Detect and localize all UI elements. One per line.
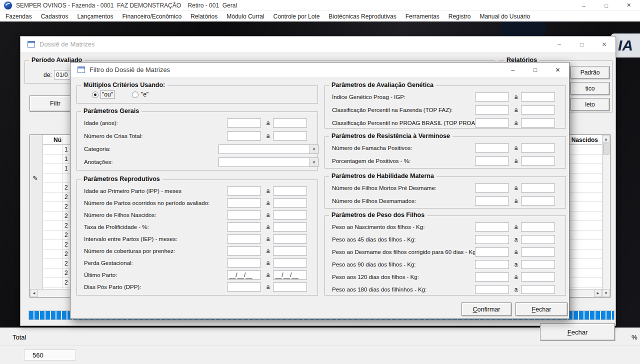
reprodutivos-row7-to-input[interactable] — [273, 270, 307, 280]
reprodutivos-row1-from-input[interactable] — [227, 198, 261, 208]
menu-cadastros[interactable]: Cadastros — [36, 13, 73, 20]
parametros-gerais-group: Parâmetros Gerais Idade (anos):aNúmero d… — [76, 112, 318, 170]
peso-row1-from-input[interactable] — [475, 235, 509, 244]
param-row: Peso ao Desmame dos filhos corrigido par… — [325, 248, 566, 256]
peso-row5-from-input[interactable] — [475, 285, 509, 294]
peso-row0-from-input[interactable] — [475, 222, 509, 232]
menu-biot-cnicas-reprodutivas[interactable]: Biotécnicas Reprodutivas — [324, 13, 400, 20]
reprodutivos-row5-to-input[interactable] — [273, 246, 307, 256]
scroll-left-icon[interactable]: ◄ — [30, 289, 38, 297]
menu-fazendas[interactable]: Fazendas — [1, 13, 36, 20]
reprodutivos-row2-to-input[interactable] — [273, 210, 307, 220]
genetica-row0-to-input[interactable] — [521, 92, 555, 102]
genetica-row2-from-input[interactable] — [475, 118, 509, 128]
menu-financeiro-econ-mico[interactable]: Financeiro/Econômico — [118, 13, 186, 20]
peso-row4-from-input[interactable] — [475, 272, 509, 282]
menu-relat-rios[interactable]: Relatórios — [186, 13, 222, 20]
range-separator-label: a — [513, 236, 519, 243]
radio-ou[interactable] — [92, 92, 98, 98]
radio-e[interactable] — [132, 92, 138, 98]
peso-row3-from-input[interactable] — [475, 260, 509, 269]
genetica-row1-to-input[interactable] — [521, 106, 555, 114]
gerais-categoria-select[interactable]: ▼ — [218, 144, 318, 154]
reprodutivos-row6-to-input[interactable] — [273, 258, 307, 268]
radio-e-label[interactable]: "e" — [141, 91, 148, 98]
confirmar-button[interactable]: Confirmar — [462, 302, 512, 316]
close-icon[interactable]: ✕ — [593, 36, 616, 52]
relatorio-button-padr-o[interactable]: Padrão — [570, 66, 610, 79]
close-icon[interactable]: ✕ — [618, 0, 640, 10]
minimize-icon[interactable]: – — [502, 62, 524, 77]
peso-row2-from-input[interactable] — [475, 248, 509, 256]
materna-row1-to-input[interactable] — [521, 196, 555, 206]
reprodutivos-row3-from-input[interactable] — [227, 222, 261, 232]
relatorio-button-tico[interactable]: tico — [570, 82, 610, 95]
verminose-row0-from-input[interactable] — [475, 144, 509, 152]
fechar-dialog-button[interactable]: Fechar — [516, 302, 568, 316]
chevron-down-icon[interactable]: ▼ — [310, 145, 318, 154]
radio-ou-label[interactable]: "ou" — [101, 91, 114, 98]
materna-row0-to-input[interactable] — [521, 184, 555, 192]
genetica-row2-to-input[interactable] — [521, 118, 555, 128]
reprodutivos-row7-from-input[interactable] — [227, 270, 261, 280]
peso-row5-to-input[interactable] — [521, 285, 555, 294]
gerais-row0-to-input[interactable] — [273, 118, 307, 128]
reprodutivos-row0-from-input[interactable] — [227, 186, 261, 196]
reprodutivos-row8-to-input[interactable] — [273, 282, 307, 292]
scroll-right-icon[interactable]: ► — [594, 289, 602, 297]
filtro-titlebar[interactable]: Filtro do Dossiê de Matrizes – □ ✕ — [70, 62, 569, 77]
genetica-row0-from-input[interactable] — [475, 92, 509, 102]
group-caption: Parâmetros de Peso dos Filhos — [329, 212, 427, 218]
reprodutivos-row3-to-input[interactable] — [273, 222, 307, 232]
genetica-row1-from-input[interactable] — [475, 106, 509, 114]
menu-registro[interactable]: Registro — [444, 13, 476, 20]
param-label: Número de Filhos Desmamados: — [332, 198, 416, 204]
dossie-titlebar[interactable]: Dossiê de Matrizes – □ ✕ — [20, 36, 616, 52]
gerais-anota-es-select[interactable]: ▼ — [218, 158, 318, 167]
menu-manual-do-usu-rio[interactable]: Manual do Usuário — [475, 13, 534, 20]
param-row: Taxa de Prolificidade - %:a — [77, 222, 318, 232]
peso-row4-to-input[interactable] — [521, 272, 555, 282]
verminose-row1-from-input[interactable] — [475, 156, 509, 166]
peso-row2-to-input[interactable] — [521, 248, 555, 256]
peso-row0-to-input[interactable] — [521, 222, 555, 232]
param-row: Perda Gestacional:a — [77, 258, 318, 268]
materna-row1-from-input[interactable] — [475, 196, 509, 206]
minimize-icon[interactable]: – — [548, 36, 570, 52]
close-icon[interactable]: ✕ — [546, 62, 569, 77]
scrollbar-thumb[interactable] — [603, 144, 610, 154]
range-separator-label: a — [265, 212, 271, 218]
fechar-main-button[interactable]: Fechar — [540, 324, 615, 340]
gerais-row0-from-input[interactable] — [227, 118, 261, 128]
reprodutivos-row0-to-input[interactable] — [273, 186, 307, 196]
minimize-icon[interactable]: – — [572, 0, 595, 10]
menu-m-dulo-curral[interactable]: Módulo Curral — [222, 13, 268, 20]
reprodutivos-row2-from-input[interactable] — [227, 210, 261, 220]
peso-row3-to-input[interactable] — [521, 260, 555, 269]
scroll-down-icon[interactable]: ▼ — [602, 289, 610, 297]
reprodutivos-row5-from-input[interactable] — [227, 246, 261, 256]
gerais-row1-from-input[interactable] — [227, 132, 261, 140]
reprodutivos-row4-from-input[interactable] — [227, 234, 261, 244]
gerais-row1-to-input[interactable] — [273, 132, 307, 140]
relatorio-button-leto[interactable]: leto — [570, 98, 610, 111]
reprodutivos-row4-to-input[interactable] — [273, 234, 307, 244]
peso-row1-to-input[interactable] — [521, 235, 555, 244]
materna-row0-from-input[interactable] — [475, 184, 509, 192]
scroll-up-icon[interactable]: ▲ — [602, 135, 610, 143]
reprodutivos-row8-from-input[interactable] — [227, 282, 261, 292]
filtrar-button[interactable]: Filtr — [30, 96, 76, 112]
maximize-icon[interactable]: □ — [570, 36, 593, 52]
vertical-scrollbar[interactable]: ▲ ▼ — [602, 135, 610, 297]
maximize-icon[interactable]: □ — [595, 0, 618, 10]
maximize-icon[interactable]: □ — [524, 62, 546, 77]
chevron-down-icon[interactable]: ▼ — [310, 158, 318, 166]
verminose-row0-to-input[interactable] — [521, 144, 555, 152]
reprodutivos-row6-from-input[interactable] — [227, 258, 261, 268]
menu-controle-por-lote[interactable]: Controle por Lote — [269, 13, 324, 20]
verminose-row1-to-input[interactable] — [521, 156, 555, 166]
group-caption: Parâmetros Gerais — [81, 108, 142, 114]
menu-ferramentas[interactable]: Ferramentas — [401, 13, 444, 20]
reprodutivos-row1-to-input[interactable] — [273, 198, 307, 208]
menu-lan-amentos[interactable]: Lançamentos — [72, 13, 118, 20]
